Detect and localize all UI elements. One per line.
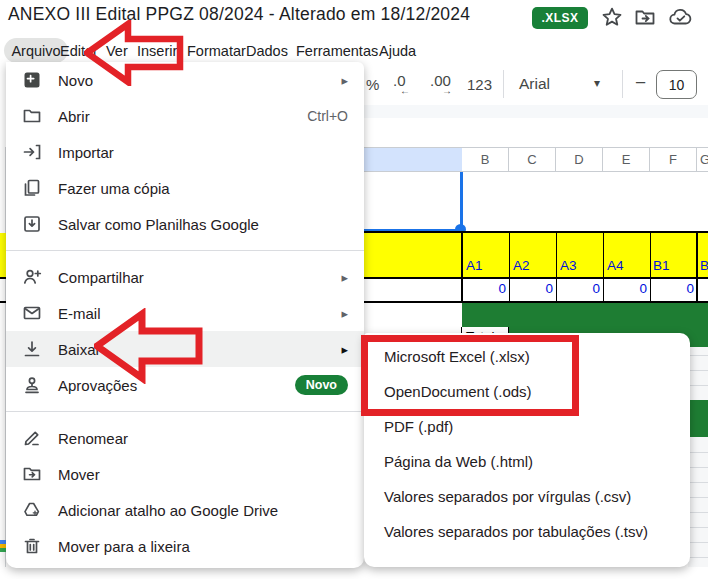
folder-open-icon [20, 106, 44, 126]
gridline [688, 385, 708, 386]
approvals-stamp-icon [20, 375, 44, 395]
menu-item-abrir[interactable]: Abrir Ctrl+O [6, 98, 364, 134]
submenu-item-csv[interactable]: Valores separados por vírgulas (.csv) [364, 479, 690, 514]
menu-item-fazer-uma-copia[interactable]: Fazer uma cópia [6, 170, 364, 206]
selection-border-right [460, 172, 463, 231]
font-size-input[interactable]: 10 [656, 70, 697, 99]
menubar-item-dados[interactable]: Dados [246, 40, 288, 62]
column-header-b[interactable]: B [462, 147, 509, 172]
grid-vline [696, 233, 698, 302]
copy-icon [20, 178, 44, 198]
menu-item-salvar-como-planilhas[interactable]: Salvar como Planilhas Google [6, 206, 364, 242]
cell-label[interactable]: B2 [700, 258, 708, 273]
border-line [355, 277, 708, 279]
import-icon [20, 142, 44, 162]
toolbar-lower-strip [355, 105, 708, 118]
selected-column-header[interactable] [355, 147, 462, 172]
trash-icon [20, 536, 44, 556]
right-strip-green [688, 327, 708, 347]
cell-label[interactable]: A3 [560, 258, 577, 273]
download-icon [20, 339, 44, 359]
green-band [462, 303, 708, 327]
menu-separator [6, 411, 364, 412]
add-drive-shortcut-icon [20, 500, 44, 520]
cell-value[interactable]: 0 [651, 281, 694, 296]
menubar-item-ajuda[interactable]: Ajuda [379, 40, 416, 62]
increase-decimal-button[interactable]: .00 → [430, 72, 451, 89]
submenu-item-html[interactable]: Página da Web (.html) [364, 444, 690, 479]
annotation-arrow-arquivo [84, 20, 184, 86]
right-strip-rows [688, 347, 708, 567]
cell-value[interactable]: 0 [510, 281, 553, 296]
gridline [688, 557, 708, 558]
menu-item-renomear[interactable]: Renomear [6, 420, 364, 456]
gridline [688, 542, 708, 543]
column-header-f[interactable]: F [650, 147, 697, 172]
submenu-arrow-icon: ▸ [341, 306, 348, 321]
submenu-item-tsv[interactable]: Valores separados por tabulações (.tsv) [364, 514, 690, 549]
menu-separator [6, 250, 364, 251]
cell-value[interactable]: 0 [557, 281, 600, 296]
submenu-arrow-icon: ▸ [341, 270, 348, 285]
cell-label[interactable]: A1 [466, 258, 483, 273]
gridline [688, 452, 708, 453]
cell-value[interactable]: 0 [604, 281, 647, 296]
column-header-d[interactable]: D [556, 147, 603, 172]
rename-pencil-icon [20, 428, 44, 448]
document-title[interactable]: ANEXO III Edital PPGZ 08/2024 - Alterado… [8, 4, 470, 25]
menu-item-label: Salvar como Planilhas Google [58, 216, 348, 233]
menu-item-label: Mover para a lixeira [58, 538, 348, 555]
right-strip-bottom [688, 567, 708, 579]
menubar-item-formatar[interactable]: Formatar [187, 40, 246, 62]
decrease-decimal-button[interactable]: .0 ← [393, 72, 406, 89]
cell-label[interactable]: A4 [607, 258, 624, 273]
gridline [688, 355, 708, 356]
submenu-arrow-icon: ▸ [341, 73, 348, 88]
menu-item-label: Abrir [58, 108, 307, 125]
annotation-rectangle [361, 335, 579, 416]
email-icon [20, 303, 44, 323]
cell-label[interactable]: B1 [653, 258, 670, 273]
share-person-icon [20, 267, 44, 287]
right-strip-green2 [688, 400, 708, 437]
file-format-badge: .XLSX [532, 7, 588, 29]
decrease-font-size-button[interactable]: − [635, 72, 646, 94]
menu-item-label: Mover [58, 466, 348, 483]
star-icon[interactable] [600, 5, 624, 29]
menu-item-importar[interactable]: Importar [6, 134, 364, 170]
column-header-c[interactable]: C [509, 147, 556, 172]
move-folder-icon[interactable] [633, 5, 657, 29]
menu-item-adicionar-atalho-drive[interactable]: Adicionar atalho ao Google Drive [6, 492, 364, 528]
menu-item-mover-para-lixeira[interactable]: Mover para a lixeira [6, 528, 364, 564]
gridline [688, 512, 708, 513]
decrease-decimal-arrow: ← [400, 85, 410, 96]
menubar-item-arquivo[interactable]: Arquivo [4, 38, 68, 63]
new-feature-badge: Novo [295, 375, 348, 395]
new-document-icon [20, 70, 44, 90]
annotation-arrow-baixar [94, 308, 204, 384]
move-folder-icon [20, 464, 44, 484]
font-family-select[interactable]: Arial [519, 75, 550, 93]
cell-label[interactable]: A2 [513, 258, 530, 273]
gridline [688, 527, 708, 528]
menu-item-label: Compartilhar [58, 269, 341, 286]
gridline [688, 370, 708, 371]
percent-format-button[interactable]: % [366, 76, 379, 93]
toolbar-divider [622, 70, 623, 98]
menu-item-compartilhar[interactable]: Compartilhar ▸ [6, 259, 364, 295]
menu-item-label: Fazer uma cópia [58, 180, 348, 197]
more-formats-button[interactable]: 123 [467, 76, 492, 93]
column-header-g[interactable]: G [697, 147, 708, 172]
menubar-item-ferramentas[interactable]: Ferramentas [296, 40, 378, 62]
gridline [688, 467, 708, 468]
menu-item-novo[interactable]: Novo ▸ [6, 62, 364, 98]
increase-decimal-arrow: → [442, 85, 452, 96]
cloud-check-icon[interactable] [668, 5, 692, 29]
font-dropdown-caret-icon[interactable]: ▾ [594, 76, 600, 90]
cell-value[interactable]: 0 [463, 281, 506, 296]
menu-item-mover[interactable]: Mover [6, 456, 364, 492]
column-header-e[interactable]: E [603, 147, 650, 172]
menu-item-label: Renomear [58, 430, 348, 447]
menu-item-label: Importar [58, 144, 348, 161]
submenu-arrow-icon: ▸ [341, 342, 348, 357]
